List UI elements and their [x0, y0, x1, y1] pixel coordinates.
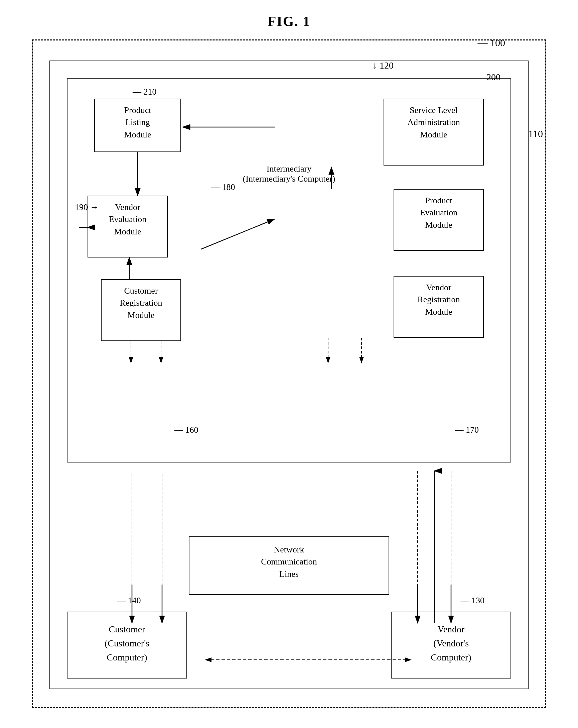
svg-line-7 — [201, 219, 275, 249]
product-eval-module: ProductEvaluationModule — [393, 189, 484, 251]
fig-title: FIG. 1 — [268, 14, 311, 29]
label-130: — 130 — [461, 596, 485, 606]
network-box: NetworkCommunicationLines — [189, 537, 389, 595]
vendor-box: Vendor(Vendor'sComputer) — [391, 612, 511, 678]
vendor-reg-module: VendorRegistrationModule — [393, 276, 484, 338]
product-listing-module: ProductListingModule — [94, 99, 181, 152]
intermediary-box: — 200 ↓ 120 Intermediary(Intermediary's … — [67, 78, 511, 463]
service-level-module: Service LevelAdministrationModule — [384, 99, 484, 165]
label-110: 110 — [528, 128, 543, 139]
label-170: — 170 — [455, 425, 479, 435]
vendor-eval-module: VendorEvaluationModule — [87, 196, 168, 258]
label-190: 190 → — [75, 202, 99, 212]
label-160: — 160 — [174, 425, 198, 435]
label-140: — 140 — [117, 596, 141, 606]
label-180: — 180 — [211, 182, 235, 192]
customer-box: Customer(Customer'sComputer) — [67, 612, 187, 678]
customer-reg-module: CustomerRegistrationModule — [101, 279, 181, 341]
label-100: — 100 — [478, 37, 505, 49]
outer-dashed-box: — 100 110 — 200 ↓ 120 Intermediary(Inter… — [32, 40, 546, 708]
label-120: ↓ 120 — [373, 60, 393, 71]
label-210: — 210 — [133, 87, 157, 97]
intermediary-label: Intermediary(Intermediary's Computer) — [243, 164, 335, 184]
inner-solid-box: 110 — 200 ↓ 120 Intermediary(Intermediar… — [50, 60, 528, 689]
label-200: — 200 — [475, 72, 500, 83]
